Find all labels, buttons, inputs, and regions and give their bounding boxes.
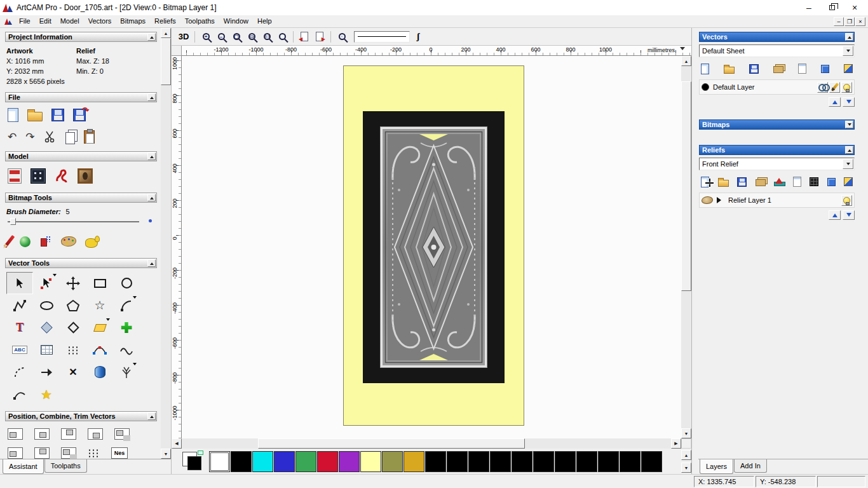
- tab-assistant[interactable]: Assistant: [3, 459, 44, 474]
- node-editing-tool[interactable]: [33, 272, 60, 294]
- relief-layer-row[interactable]: Relief Layer 1: [699, 193, 855, 208]
- create-circle-tool[interactable]: [113, 272, 140, 294]
- canvas-viewport[interactable]: [182, 56, 681, 438]
- palette-swatch[interactable]: [209, 451, 230, 472]
- palette-scroll-down-button[interactable]: ▼: [681, 463, 691, 473]
- palette-swatch[interactable]: [274, 451, 295, 472]
- create-ellipse-tool[interactable]: [33, 294, 60, 316]
- palette-swatch[interactable]: [555, 451, 576, 472]
- pencil-icon[interactable]: [4, 235, 15, 248]
- scroll-track[interactable]: [681, 66, 691, 428]
- save-relief-layer-icon[interactable]: [737, 177, 747, 187]
- close-button[interactable]: ×: [843, 1, 866, 15]
- scroll-thumb[interactable]: [161, 38, 171, 85]
- save-vector-layer-icon[interactable]: [749, 64, 759, 74]
- create-polygon-tool[interactable]: [60, 294, 86, 316]
- collapse-button[interactable]: [147, 194, 156, 201]
- scroll-track[interactable]: [182, 438, 671, 449]
- align-v-icon[interactable]: [34, 447, 50, 459]
- vertical-scrollbar[interactable]: ▲ ▼: [681, 56, 691, 438]
- expand-button[interactable]: [845, 121, 853, 128]
- scroll-left-button[interactable]: ◀: [172, 438, 182, 449]
- palette-swatch[interactable]: [576, 451, 597, 472]
- align-h-icon[interactable]: [8, 447, 23, 459]
- sculpt-icon[interactable]: [55, 168, 69, 184]
- scroll-right-button[interactable]: ▶: [671, 438, 681, 449]
- zoom-object-button[interactable]: [275, 30, 289, 44]
- trim-vectors-tool[interactable]: ✕: [60, 361, 86, 383]
- palette-swatch[interactable]: [641, 451, 662, 472]
- palette-swatch[interactable]: [339, 451, 360, 472]
- mdi-close-button[interactable]: ×: [855, 17, 865, 26]
- merge-relief-layers-icon[interactable]: [756, 179, 766, 186]
- link-colors-icon[interactable]: [198, 451, 203, 455]
- palette-swatch[interactable]: [620, 451, 641, 472]
- tab-toolpaths[interactable]: Toolpaths: [44, 459, 87, 473]
- palette-swatch[interactable]: [295, 451, 316, 472]
- align-top-icon[interactable]: [61, 428, 76, 440]
- primary-secondary-color-selector[interactable]: [182, 451, 207, 472]
- calculate-relief-icon[interactable]: [774, 177, 784, 186]
- create-polyline-tool[interactable]: [6, 294, 33, 316]
- new-file-icon[interactable]: [8, 108, 18, 122]
- block-copy-tool[interactable]: [113, 316, 140, 339]
- new-relief-sheet-icon[interactable]: [793, 177, 801, 187]
- align-grid-icon[interactable]: [61, 447, 76, 459]
- menu-window[interactable]: Window: [219, 16, 253, 27]
- dropdown-button[interactable]: [843, 159, 853, 169]
- sheet-select[interactable]: Default Sheet: [699, 44, 855, 57]
- grid-tool[interactable]: [33, 339, 60, 361]
- spray-icon[interactable]: [39, 235, 52, 248]
- palette-swatch[interactable]: [360, 451, 381, 472]
- scroll-thumb[interactable]: [258, 438, 525, 449]
- palette-swatch[interactable]: [403, 451, 424, 472]
- layer-name[interactable]: Relief Layer 1: [728, 196, 840, 204]
- brush-diameter-slider[interactable]: [8, 217, 152, 226]
- dashed-arc-tool[interactable]: [6, 361, 33, 383]
- scroll-thumb[interactable]: [681, 81, 691, 291]
- menu-reliefs[interactable]: Reliefs: [150, 16, 180, 27]
- move-layer-up-button[interactable]: [829, 210, 841, 220]
- new-vector-layer-icon[interactable]: [701, 64, 709, 74]
- palette-icon[interactable]: [61, 236, 76, 247]
- toggle-all-visibility-icon[interactable]: [844, 64, 853, 73]
- sphere-paint-icon[interactable]: [20, 236, 31, 247]
- palette-swatch[interactable]: [425, 451, 446, 472]
- create-rectangle-tool[interactable]: [86, 272, 113, 294]
- menu-model[interactable]: Model: [56, 16, 84, 27]
- tab-layers[interactable]: Layers: [700, 459, 733, 474]
- set-model-size-icon[interactable]: [8, 168, 22, 184]
- menu-file[interactable]: File: [15, 16, 35, 27]
- move-layer-up-button[interactable]: [829, 97, 841, 107]
- palette-swatch[interactable]: [490, 451, 511, 472]
- link-layer-button[interactable]: [817, 82, 828, 93]
- collapse-button[interactable]: [845, 33, 853, 41]
- align-bottom-icon[interactable]: [88, 428, 103, 440]
- scroll-down-button[interactable]: ▼: [161, 449, 171, 459]
- scroll-track[interactable]: [161, 38, 171, 449]
- dropdown-button[interactable]: [843, 46, 853, 56]
- vector-layer-row[interactable]: Default Layer: [699, 79, 855, 95]
- palette-swatch[interactable]: [447, 451, 468, 472]
- ruler-unit-dropdown-icon[interactable]: [680, 47, 685, 53]
- new-relief-layer-icon[interactable]: [701, 177, 709, 187]
- scroll-down-button[interactable]: ▼: [681, 428, 691, 438]
- nesting-icon[interactable]: Nes: [111, 447, 128, 459]
- move-layer-down-button[interactable]: [843, 97, 855, 107]
- open-vector-layer-icon[interactable]: [724, 67, 735, 74]
- fillet-tool[interactable]: [60, 316, 86, 339]
- assistant-scrollbar[interactable]: ▲ ▼: [161, 28, 171, 459]
- tab-add-in[interactable]: Add In: [734, 459, 767, 473]
- toggle-3d-view-button[interactable]: 3D: [177, 30, 191, 44]
- palette-swatch[interactable]: [512, 451, 532, 472]
- palette-swatch[interactable]: [468, 451, 489, 472]
- palette-swatch[interactable]: [533, 451, 554, 472]
- relief-select[interactable]: Front Relief: [699, 158, 855, 170]
- expand-arrow-icon[interactable]: [717, 197, 724, 203]
- scroll-up-button[interactable]: ▲: [161, 28, 171, 38]
- collapse-button[interactable]: [845, 146, 853, 154]
- layer-visibility-button[interactable]: [841, 195, 852, 206]
- create-text-tool[interactable]: T: [6, 316, 33, 339]
- menu-bitmaps[interactable]: Bitmaps: [116, 16, 150, 27]
- new-sheet-icon[interactable]: [798, 64, 806, 74]
